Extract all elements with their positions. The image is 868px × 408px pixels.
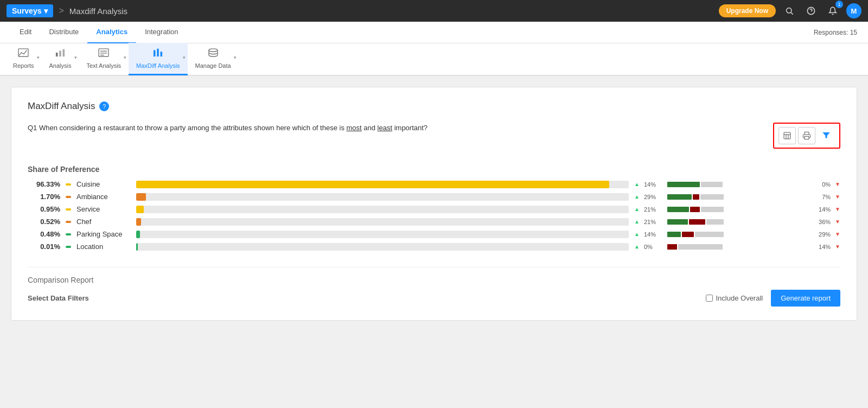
toolbar-analysis-label: Analysis [49,62,72,69]
export-xls-button[interactable] [778,127,796,144]
toolbar-maxdiff-analysis[interactable]: MaxDiff Analysis ▾ [129,43,188,75]
pref-percent-1: 1.70% [28,193,60,201]
notification-badge-count: 1 [835,1,843,8]
comparison-section: Comparison Report Select Data Filters In… [28,267,840,307]
brand-button[interactable]: Surveys ▾ [7,4,53,17]
second-nav: Edit Distribute Analytics Integration Re… [0,22,868,43]
svg-rect-12 [154,50,156,57]
stat-right-pct-1: 7% [822,194,831,200]
stat-arrow-down-0: ▼ [835,181,840,187]
toolbar: Reports ▾ Analysis ▾ Text Analysis ▾ [0,43,868,76]
stat-pct-1: 29% [644,194,663,200]
toolbar-text-analysis[interactable]: Text Analysis ▾ [79,43,129,75]
help-icon[interactable] [803,3,819,19]
pref-bar-2 [136,206,144,213]
preference-row-1: 1.70% Ambiance ▲ 29% 7% ▼ [28,193,840,201]
generate-report-button[interactable]: Generate report [771,290,840,307]
pref-label-2: Service [76,205,131,213]
share-of-preference-title: Share of Preference [28,165,840,174]
mini-bar-gray-0 [701,182,723,187]
svg-point-15 [209,49,218,52]
pref-percent-3: 0.52% [28,218,60,226]
toolbar-maxdiff-label: MaxDiff Analysis [136,62,180,69]
pref-bar-3 [136,218,141,226]
main-content: MaxDiff Analysis ? Q1 When considering a… [0,76,868,408]
nav-distribute[interactable]: Distribute [40,22,87,43]
pref-label-5: Location [76,243,131,251]
pref-percent-0: 96.33% [28,180,60,188]
mini-bar-green-4 [667,232,681,237]
include-overall-checkbox-label[interactable]: Include Overall [706,294,763,302]
svg-rect-5 [56,53,58,56]
pref-bar-container-2 [136,206,629,213]
question-prefix: Q1 [28,124,39,132]
mini-bar-green-1 [667,194,692,200]
toolbar-manage-data[interactable]: Manage Data ▾ [188,43,239,75]
pref-label-0: Cuisine [76,180,131,188]
responses-count: Responses: 15 [814,29,857,36]
mini-bar-green-2 [667,207,689,212]
notification-icon[interactable]: 1 [825,3,841,19]
pref-label-4: Parking Space [76,230,131,238]
mini-bar-red-5 [667,244,677,250]
nav-analytics[interactable]: Analytics [87,22,136,43]
stat-arrow-up-0: ▲ [634,181,640,187]
svg-rect-13 [157,49,159,56]
svg-rect-16 [784,132,790,139]
stat-arrow-up-5: ▲ [634,244,640,250]
text-analysis-icon [98,48,110,60]
preference-row-3: 0.52% Chef ▲ 21% 36% ▼ [28,218,840,226]
right-stats-3: ▲ 21% 36% ▼ [634,219,840,225]
stat-arrow-down-1: ▼ [835,194,840,200]
card-title-text: MaxDiff Analysis [28,101,95,112]
mini-bar-red-3 [689,219,705,225]
stat-arrow-up-2: ▲ [634,206,640,212]
toolbar-text-analysis-label: Text Analysis [87,62,122,69]
right-stats-5: ▲ 0% 14% ▼ [634,244,840,250]
toolbar-reports[interactable]: Reports ▾ [5,43,42,75]
analysis-icon [54,48,66,60]
stat-arrow-up-4: ▲ [634,231,640,237]
pref-bar-4 [136,231,140,238]
top-bar-actions: Upgrade Now 1 M [719,3,861,19]
svg-rect-14 [161,52,163,56]
content-card: MaxDiff Analysis ? Q1 When considering a… [11,87,857,321]
stat-right-pct-0: 0% [822,181,831,188]
nav-integration[interactable]: Integration [136,22,187,43]
pref-color-bar-4 [66,233,71,235]
filter-button[interactable] [818,127,835,144]
mini-bar-green-3 [667,219,688,225]
svg-rect-6 [59,50,61,56]
toolbar-analysis[interactable]: Analysis ▾ [42,43,79,75]
include-overall-checkbox[interactable] [706,295,713,302]
search-icon[interactable] [781,3,797,19]
least-underline: least [378,124,392,132]
mini-bars-3 [667,219,814,225]
card-title-row: MaxDiff Analysis ? [28,101,840,112]
stat-arrow-down-4: ▼ [835,231,840,237]
nav-edit[interactable]: Edit [11,22,40,43]
stat-pct-3: 21% [644,219,663,225]
pref-bar-container-5 [136,243,629,251]
pref-color-bar-1 [66,196,71,198]
toolbar-analysis-arrow: ▾ [74,55,77,60]
pref-bar-container-0 [136,181,629,188]
mini-bar-gray-5 [678,244,723,250]
card-help-icon[interactable]: ? [99,101,109,111]
pref-bar-container-1 [136,193,629,201]
svg-rect-4 [18,49,28,56]
right-stats-4: ▲ 14% 29% ▼ [634,231,840,238]
avatar[interactable]: M [846,3,861,18]
question-text: Q1 When considering a restaurant to thro… [28,123,427,133]
stat-right-pct-4: 29% [819,231,831,238]
page-title: Maxdiff Analysis [69,7,127,16]
most-underline: most [347,124,362,132]
print-button[interactable] [798,127,815,144]
upgrade-button[interactable]: Upgrade Now [719,4,776,17]
preference-row-5: 0.01% Location ▲ 0% 14% ▼ [28,243,840,251]
svg-point-0 [787,8,792,13]
mini-bar-gray-3 [706,219,724,225]
include-overall-text: Include Overall [716,294,763,302]
stat-arrow-down-3: ▼ [835,219,840,225]
comparison-row: Select Data Filters Include Overall Gene… [28,290,840,307]
